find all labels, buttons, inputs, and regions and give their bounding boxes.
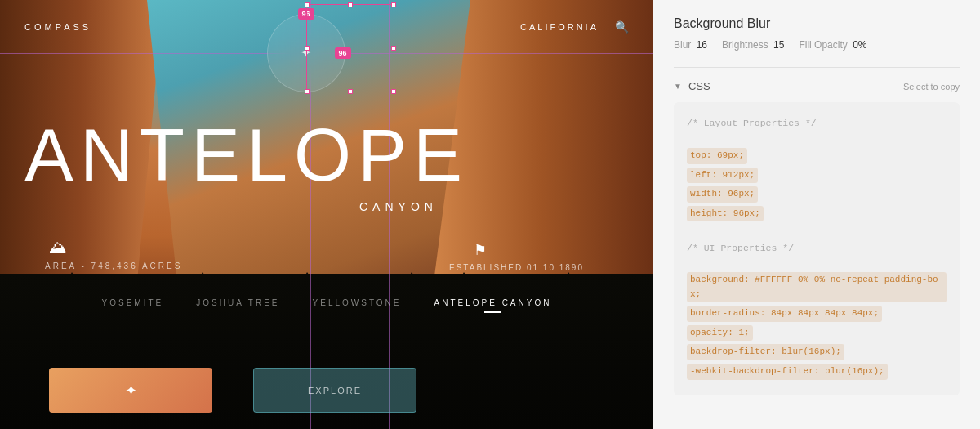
btn-teal-label: EXPLORE (308, 386, 362, 395)
bottom-navigation: YOSEMITE JOSHUA TREE YELLOWSTONE ANTELOP… (0, 298, 653, 313)
nav-item-yosemite[interactable]: YOSEMITE (102, 298, 164, 313)
select-to-copy-button[interactable]: Select to copy (903, 82, 960, 92)
css-section-header: ▼ CSS Select to copy (674, 80, 960, 92)
sub-title: CANYON (359, 200, 438, 213)
panel-title: Background Blur (674, 16, 960, 31)
brightness-label: Brightness (722, 39, 768, 51)
nav-right: CALIFORNIA 🔍 (520, 20, 629, 34)
blur-properties: Blur 16 Brightness 15 Fill Opacity 0% (674, 39, 960, 51)
nav-logo: COMPASS (24, 22, 91, 32)
search-icon[interactable]: 🔍 (615, 20, 629, 34)
prop-backdrop-filter: backdrop-filter: blur(16px); (687, 344, 844, 360)
area-text: AREA - 748,436 ACRES (45, 261, 182, 270)
mountain-icon: ⛰ (49, 237, 67, 258)
nav-item-yellowstone[interactable]: YELLOWSTONE (313, 298, 402, 313)
css-code-block: /* Layout Properties */ top: 69px; left:… (674, 102, 960, 395)
nav-item-joshua-tree[interactable]: JOSHUA TREE (196, 298, 279, 313)
btn-teal[interactable]: EXPLORE (253, 368, 416, 413)
design-preview: COMPASS ✦ 96 96 CALIFORNIA 🔍 ANTELOPE CA… (0, 0, 653, 429)
css-label: CSS (688, 80, 710, 92)
main-title: ANTELOPE (24, 118, 469, 192)
nav-item-antelope-canyon[interactable]: ANTELOPE CANYON (434, 298, 552, 313)
chevron-down-icon[interactable]: ▼ (674, 82, 682, 91)
properties-panel: Background Blur Blur 16 Brightness 15 Fi… (653, 0, 980, 429)
handle-br[interactable] (391, 89, 396, 94)
prop-background: background: #FFFFFF 0% 0% no-repeat padd… (687, 272, 947, 302)
fill-opacity-label: Fill Opacity (799, 39, 847, 51)
flag-icon: ⚑ (474, 241, 487, 259)
blur-value: 16 (697, 39, 707, 51)
handle-bl[interactable] (305, 89, 310, 94)
prop-left: left: 912px; (687, 168, 758, 184)
blur-label: Blur (674, 39, 691, 51)
prop-height: height: 96px; (687, 206, 764, 222)
comment-layout: /* Layout Properties */ (687, 115, 947, 132)
prop-width: width: 96px; (687, 186, 758, 203)
selection-box (306, 4, 394, 92)
handle-tr[interactable] (391, 2, 396, 7)
prop-webkit-backdrop-filter: -webkit-backdrop-filter: blur(16px); (687, 364, 888, 380)
fill-opacity-value: 0% (853, 39, 866, 51)
handle-tl[interactable] (305, 2, 310, 7)
prop-border-radius: border-radius: 84px 84px 84px 84px; (687, 306, 882, 322)
prop-top: top: 69px; (687, 148, 747, 164)
handle-rm[interactable] (391, 46, 396, 51)
prop-opacity: opacity: 1; (687, 325, 753, 342)
compass-btn-icon: ✦ (125, 382, 137, 400)
handle-bm[interactable] (348, 89, 353, 94)
brightness-value: 15 (773, 39, 784, 51)
handle-tm[interactable] (348, 2, 353, 7)
css-section-title-group: ▼ CSS (674, 80, 710, 92)
established-text: ESTABLISHED 01 10 1890 (449, 263, 584, 272)
btn-orange[interactable]: ✦ (49, 368, 212, 413)
comment-ui: /* UI Properties */ (687, 240, 947, 257)
nav-location: CALIFORNIA (520, 22, 599, 32)
handle-lm[interactable] (305, 46, 310, 51)
divider (674, 67, 960, 68)
